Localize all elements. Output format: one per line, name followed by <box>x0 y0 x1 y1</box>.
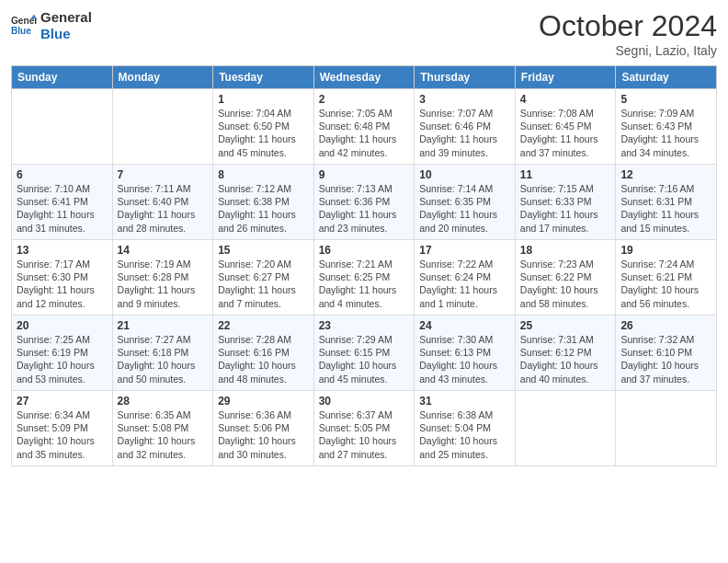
col-header-sunday: Sunday <box>12 66 113 89</box>
day-cell: 19Sunrise: 7:24 AM Sunset: 6:21 PM Dayli… <box>616 240 717 316</box>
svg-text:Blue: Blue <box>11 26 31 36</box>
day-cell: 24Sunrise: 7:30 AM Sunset: 6:13 PM Dayli… <box>415 316 516 391</box>
day-cell: 17Sunrise: 7:22 AM Sunset: 6:24 PM Dayli… <box>415 240 516 316</box>
day-info: Sunrise: 7:22 AM Sunset: 6:24 PM Dayligh… <box>419 258 510 310</box>
day-cell: 3Sunrise: 7:07 AM Sunset: 6:46 PM Daylig… <box>415 89 516 165</box>
day-info: Sunrise: 7:30 AM Sunset: 6:13 PM Dayligh… <box>419 333 510 385</box>
day-number: 25 <box>520 319 611 332</box>
day-number: 9 <box>319 168 410 181</box>
day-info: Sunrise: 7:25 AM Sunset: 6:19 PM Dayligh… <box>17 333 108 385</box>
day-info: Sunrise: 6:34 AM Sunset: 5:09 PM Dayligh… <box>17 408 108 461</box>
week-row-1: 1Sunrise: 7:04 AM Sunset: 6:50 PM Daylig… <box>12 89 717 165</box>
day-number: 21 <box>118 319 209 332</box>
day-info: Sunrise: 7:21 AM Sunset: 6:25 PM Dayligh… <box>319 258 410 310</box>
day-info: Sunrise: 7:32 AM Sunset: 6:10 PM Dayligh… <box>620 333 711 385</box>
day-cell: 23Sunrise: 7:29 AM Sunset: 6:15 PM Dayli… <box>313 316 415 391</box>
day-number: 6 <box>17 168 108 181</box>
day-cell: 28Sunrise: 6:35 AM Sunset: 5:08 PM Dayli… <box>112 391 213 466</box>
day-number: 17 <box>419 244 510 257</box>
calendar-page: General Blue General Blue October 2024 S… <box>0 0 728 563</box>
day-cell: 7Sunrise: 7:11 AM Sunset: 6:40 PM Daylig… <box>112 165 213 240</box>
day-cell: 10Sunrise: 7:14 AM Sunset: 6:35 PM Dayli… <box>415 165 516 240</box>
week-row-5: 27Sunrise: 6:34 AM Sunset: 5:09 PM Dayli… <box>12 391 717 466</box>
day-info: Sunrise: 7:27 AM Sunset: 6:18 PM Dayligh… <box>118 333 209 385</box>
col-header-monday: Monday <box>112 66 213 89</box>
day-info: Sunrise: 7:23 AM Sunset: 6:22 PM Dayligh… <box>520 258 611 310</box>
col-header-thursday: Thursday <box>415 66 516 89</box>
day-number: 22 <box>218 319 309 332</box>
day-cell <box>112 89 213 165</box>
day-cell <box>12 89 113 165</box>
week-row-4: 20Sunrise: 7:25 AM Sunset: 6:19 PM Dayli… <box>12 316 717 391</box>
day-cell: 20Sunrise: 7:25 AM Sunset: 6:19 PM Dayli… <box>12 316 113 391</box>
day-cell: 2Sunrise: 7:05 AM Sunset: 6:48 PM Daylig… <box>313 89 415 165</box>
day-number: 24 <box>419 319 510 332</box>
col-header-tuesday: Tuesday <box>213 66 314 89</box>
day-cell: 16Sunrise: 7:21 AM Sunset: 6:25 PM Dayli… <box>313 240 415 316</box>
day-number: 20 <box>17 319 108 332</box>
day-number: 15 <box>218 244 309 257</box>
calendar-table: SundayMondayTuesdayWednesdayThursdayFrid… <box>11 65 717 466</box>
day-cell: 12Sunrise: 7:16 AM Sunset: 6:31 PM Dayli… <box>616 165 717 240</box>
day-number: 30 <box>319 395 410 408</box>
day-info: Sunrise: 7:11 AM Sunset: 6:40 PM Dayligh… <box>118 182 209 235</box>
day-number: 14 <box>118 244 209 257</box>
day-info: Sunrise: 7:19 AM Sunset: 6:28 PM Dayligh… <box>118 258 209 310</box>
day-info: Sunrise: 7:09 AM Sunset: 6:43 PM Dayligh… <box>620 107 711 159</box>
day-cell: 27Sunrise: 6:34 AM Sunset: 5:09 PM Dayli… <box>12 391 113 466</box>
day-cell: 1Sunrise: 7:04 AM Sunset: 6:50 PM Daylig… <box>213 89 314 165</box>
col-header-saturday: Saturday <box>616 66 717 89</box>
day-info: Sunrise: 7:16 AM Sunset: 6:31 PM Dayligh… <box>620 182 711 235</box>
day-info: Sunrise: 6:38 AM Sunset: 5:04 PM Dayligh… <box>419 408 510 461</box>
day-info: Sunrise: 7:12 AM Sunset: 6:38 PM Dayligh… <box>218 182 309 235</box>
col-header-friday: Friday <box>515 66 616 89</box>
day-number: 8 <box>218 168 309 181</box>
day-number: 13 <box>17 244 108 257</box>
day-number: 1 <box>218 93 309 106</box>
day-number: 19 <box>620 244 711 257</box>
day-info: Sunrise: 7:28 AM Sunset: 6:16 PM Dayligh… <box>218 333 309 385</box>
header-row: SundayMondayTuesdayWednesdayThursdayFrid… <box>12 66 717 89</box>
day-cell: 29Sunrise: 6:36 AM Sunset: 5:06 PM Dayli… <box>213 391 314 466</box>
day-info: Sunrise: 7:17 AM Sunset: 6:30 PM Dayligh… <box>17 258 108 310</box>
day-info: Sunrise: 7:20 AM Sunset: 6:27 PM Dayligh… <box>218 258 309 310</box>
day-info: Sunrise: 7:08 AM Sunset: 6:45 PM Dayligh… <box>520 107 611 159</box>
week-row-3: 13Sunrise: 7:17 AM Sunset: 6:30 PM Dayli… <box>12 240 717 316</box>
day-cell: 4Sunrise: 7:08 AM Sunset: 6:45 PM Daylig… <box>515 89 616 165</box>
day-cell: 18Sunrise: 7:23 AM Sunset: 6:22 PM Dayli… <box>515 240 616 316</box>
day-info: Sunrise: 7:31 AM Sunset: 6:12 PM Dayligh… <box>520 333 611 385</box>
day-number: 10 <box>419 168 510 181</box>
day-number: 7 <box>118 168 209 181</box>
day-cell: 6Sunrise: 7:10 AM Sunset: 6:41 PM Daylig… <box>12 165 113 240</box>
day-cell: 11Sunrise: 7:15 AM Sunset: 6:33 PM Dayli… <box>515 165 616 240</box>
month-title: October 2024 <box>539 9 717 43</box>
day-cell: 9Sunrise: 7:13 AM Sunset: 6:36 PM Daylig… <box>313 165 415 240</box>
day-cell: 5Sunrise: 7:09 AM Sunset: 6:43 PM Daylig… <box>616 89 717 165</box>
location: Segni, Lazio, Italy <box>539 43 717 58</box>
day-cell: 22Sunrise: 7:28 AM Sunset: 6:16 PM Dayli… <box>213 316 314 391</box>
day-info: Sunrise: 6:37 AM Sunset: 5:05 PM Dayligh… <box>319 408 410 461</box>
day-info: Sunrise: 7:05 AM Sunset: 6:48 PM Dayligh… <box>319 107 410 159</box>
day-info: Sunrise: 6:35 AM Sunset: 5:08 PM Dayligh… <box>118 408 209 461</box>
day-info: Sunrise: 6:36 AM Sunset: 5:06 PM Dayligh… <box>218 408 309 461</box>
logo: General Blue General Blue <box>11 9 92 42</box>
day-cell <box>616 391 717 466</box>
day-number: 23 <box>319 319 410 332</box>
day-cell: 15Sunrise: 7:20 AM Sunset: 6:27 PM Dayli… <box>213 240 314 316</box>
day-number: 16 <box>319 244 410 257</box>
day-info: Sunrise: 7:29 AM Sunset: 6:15 PM Dayligh… <box>319 333 410 385</box>
day-number: 29 <box>218 395 309 408</box>
week-row-2: 6Sunrise: 7:10 AM Sunset: 6:41 PM Daylig… <box>12 165 717 240</box>
day-info: Sunrise: 7:14 AM Sunset: 6:35 PM Dayligh… <box>419 182 510 235</box>
header: General Blue General Blue October 2024 S… <box>11 9 717 58</box>
day-cell: 13Sunrise: 7:17 AM Sunset: 6:30 PM Dayli… <box>12 240 113 316</box>
logo-blue: Blue <box>40 26 92 42</box>
day-info: Sunrise: 7:10 AM Sunset: 6:41 PM Dayligh… <box>17 182 108 235</box>
day-cell <box>515 391 616 466</box>
day-info: Sunrise: 7:07 AM Sunset: 6:46 PM Dayligh… <box>419 107 510 159</box>
day-info: Sunrise: 7:15 AM Sunset: 6:33 PM Dayligh… <box>520 182 611 235</box>
day-number: 18 <box>520 244 611 257</box>
day-cell: 21Sunrise: 7:27 AM Sunset: 6:18 PM Dayli… <box>112 316 213 391</box>
day-number: 12 <box>620 168 711 181</box>
logo-icon: General Blue <box>11 13 37 39</box>
